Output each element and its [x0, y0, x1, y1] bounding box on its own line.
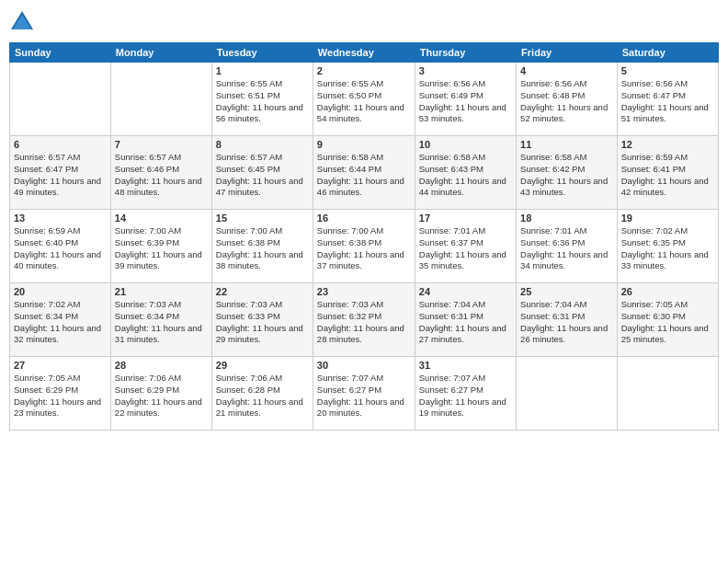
calendar-cell: 4Sunrise: 6:56 AMSunset: 6:48 PMDaylight… — [517, 63, 618, 136]
weekday-header-row: SundayMondayTuesdayWednesdayThursdayFrid… — [10, 43, 719, 63]
weekday-header-saturday: Saturday — [617, 43, 718, 63]
day-number: 1 — [216, 65, 309, 76]
day-info: Sunrise: 7:06 AMSunset: 6:29 PMDaylight:… — [115, 373, 208, 419]
calendar-header: SundayMondayTuesdayWednesdayThursdayFrid… — [10, 43, 719, 63]
day-number: 16 — [317, 213, 411, 224]
day-info: Sunrise: 6:57 AMSunset: 6:47 PMDaylight:… — [14, 152, 107, 199]
day-number: 25 — [520, 286, 613, 297]
calendar-week-row: 1Sunrise: 6:55 AMSunset: 6:51 PMDaylight… — [10, 63, 719, 136]
weekday-header-wednesday: Wednesday — [313, 43, 415, 63]
day-number: 3 — [419, 65, 512, 76]
day-info: Sunrise: 6:56 AMSunset: 6:49 PMDaylight:… — [419, 78, 512, 125]
calendar-cell: 7Sunrise: 6:57 AMSunset: 6:46 PMDaylight… — [110, 136, 211, 210]
day-number: 22 — [216, 286, 309, 297]
calendar-cell: 26Sunrise: 7:05 AMSunset: 6:30 PMDayligh… — [617, 283, 718, 357]
logo-icon — [9, 9, 35, 35]
calendar-cell: 25Sunrise: 7:04 AMSunset: 6:31 PMDayligh… — [517, 283, 618, 357]
day-number: 27 — [14, 360, 107, 371]
day-number: 31 — [419, 360, 512, 371]
calendar-cell: 31Sunrise: 7:07 AMSunset: 6:27 PMDayligh… — [415, 357, 516, 431]
calendar-cell: 30Sunrise: 7:07 AMSunset: 6:27 PMDayligh… — [313, 357, 415, 431]
day-number: 15 — [216, 213, 309, 224]
day-number: 23 — [317, 286, 411, 297]
day-info: Sunrise: 7:05 AMSunset: 6:29 PMDaylight:… — [14, 373, 107, 419]
day-info: Sunrise: 7:01 AMSunset: 6:36 PMDaylight:… — [520, 225, 613, 272]
calendar-cell: 27Sunrise: 7:05 AMSunset: 6:29 PMDayligh… — [10, 357, 111, 431]
day-info: Sunrise: 6:59 AMSunset: 6:40 PMDaylight:… — [14, 225, 107, 272]
day-number: 17 — [419, 213, 512, 224]
calendar-cell: 17Sunrise: 7:01 AMSunset: 6:37 PMDayligh… — [415, 210, 516, 283]
day-number: 24 — [419, 286, 512, 297]
calendar-cell: 1Sunrise: 6:55 AMSunset: 6:51 PMDaylight… — [211, 63, 313, 136]
day-info: Sunrise: 7:00 AMSunset: 6:38 PMDaylight:… — [216, 225, 309, 272]
day-info: Sunrise: 7:03 AMSunset: 6:32 PMDaylight:… — [317, 299, 411, 346]
day-number: 14 — [115, 213, 208, 224]
weekday-header-friday: Friday — [517, 43, 618, 63]
calendar-week-row: 20Sunrise: 7:02 AMSunset: 6:34 PMDayligh… — [10, 283, 719, 357]
page: SundayMondayTuesdayWednesdayThursdayFrid… — [0, 0, 728, 563]
calendar-cell: 18Sunrise: 7:01 AMSunset: 6:36 PMDayligh… — [517, 210, 618, 283]
day-number: 28 — [115, 360, 208, 371]
calendar-cell: 10Sunrise: 6:58 AMSunset: 6:43 PMDayligh… — [415, 136, 516, 210]
calendar-cell: 16Sunrise: 7:00 AMSunset: 6:38 PMDayligh… — [313, 210, 415, 283]
calendar-cell — [110, 63, 211, 136]
day-info: Sunrise: 7:02 AMSunset: 6:35 PMDaylight:… — [621, 225, 714, 272]
day-number: 6 — [14, 139, 107, 150]
calendar-cell: 23Sunrise: 7:03 AMSunset: 6:32 PMDayligh… — [313, 283, 415, 357]
day-number: 5 — [621, 65, 714, 76]
calendar-week-row: 13Sunrise: 6:59 AMSunset: 6:40 PMDayligh… — [10, 210, 719, 283]
day-number: 18 — [520, 213, 613, 224]
day-info: Sunrise: 7:00 AMSunset: 6:39 PMDaylight:… — [115, 225, 208, 272]
day-info: Sunrise: 7:00 AMSunset: 6:38 PMDaylight:… — [317, 225, 411, 272]
day-info: Sunrise: 7:07 AMSunset: 6:27 PMDaylight:… — [317, 373, 411, 419]
calendar-cell: 14Sunrise: 7:00 AMSunset: 6:39 PMDayligh… — [110, 210, 211, 283]
calendar-cell: 20Sunrise: 7:02 AMSunset: 6:34 PMDayligh… — [10, 283, 111, 357]
day-info: Sunrise: 6:57 AMSunset: 6:45 PMDaylight:… — [216, 152, 309, 199]
calendar-cell: 13Sunrise: 6:59 AMSunset: 6:40 PMDayligh… — [10, 210, 111, 283]
calendar-cell: 2Sunrise: 6:55 AMSunset: 6:50 PMDaylight… — [313, 63, 415, 136]
day-info: Sunrise: 7:05 AMSunset: 6:30 PMDaylight:… — [621, 299, 714, 346]
calendar-cell — [10, 63, 111, 136]
day-number: 13 — [14, 213, 107, 224]
day-info: Sunrise: 7:06 AMSunset: 6:28 PMDaylight:… — [216, 373, 309, 419]
day-number: 8 — [216, 139, 309, 150]
day-info: Sunrise: 7:04 AMSunset: 6:31 PMDaylight:… — [419, 299, 512, 346]
calendar-cell — [517, 357, 618, 431]
day-info: Sunrise: 6:55 AMSunset: 6:50 PMDaylight:… — [317, 78, 411, 125]
day-number: 19 — [621, 213, 714, 224]
day-number: 2 — [317, 65, 411, 76]
day-number: 26 — [621, 286, 714, 297]
day-info: Sunrise: 6:58 AMSunset: 6:43 PMDaylight:… — [419, 152, 512, 199]
weekday-header-thursday: Thursday — [415, 43, 516, 63]
calendar-cell: 29Sunrise: 7:06 AMSunset: 6:28 PMDayligh… — [211, 357, 313, 431]
calendar-cell: 15Sunrise: 7:00 AMSunset: 6:38 PMDayligh… — [211, 210, 313, 283]
calendar-cell: 9Sunrise: 6:58 AMSunset: 6:44 PMDaylight… — [313, 136, 415, 210]
calendar-cell: 28Sunrise: 7:06 AMSunset: 6:29 PMDayligh… — [110, 357, 211, 431]
calendar-cell: 8Sunrise: 6:57 AMSunset: 6:45 PMDaylight… — [211, 136, 313, 210]
calendar-cell: 3Sunrise: 6:56 AMSunset: 6:49 PMDaylight… — [415, 63, 516, 136]
day-number: 9 — [317, 139, 411, 150]
day-number: 4 — [520, 65, 613, 76]
weekday-header-monday: Monday — [110, 43, 211, 63]
calendar-cell: 11Sunrise: 6:58 AMSunset: 6:42 PMDayligh… — [517, 136, 618, 210]
calendar-cell — [617, 357, 718, 431]
day-info: Sunrise: 7:07 AMSunset: 6:27 PMDaylight:… — [419, 373, 512, 419]
day-number: 12 — [621, 139, 714, 150]
weekday-header-sunday: Sunday — [10, 43, 111, 63]
calendar-cell: 22Sunrise: 7:03 AMSunset: 6:33 PMDayligh… — [211, 283, 313, 357]
day-info: Sunrise: 6:59 AMSunset: 6:41 PMDaylight:… — [621, 152, 714, 199]
calendar-cell: 5Sunrise: 6:56 AMSunset: 6:47 PMDaylight… — [617, 63, 718, 136]
calendar-table: SundayMondayTuesdayWednesdayThursdayFrid… — [9, 42, 719, 431]
day-number: 10 — [419, 139, 512, 150]
day-number: 7 — [115, 139, 208, 150]
day-number: 29 — [216, 360, 309, 371]
logo — [9, 9, 39, 35]
day-info: Sunrise: 7:02 AMSunset: 6:34 PMDaylight:… — [14, 299, 107, 346]
calendar-week-row: 6Sunrise: 6:57 AMSunset: 6:47 PMDaylight… — [10, 136, 719, 210]
day-info: Sunrise: 7:01 AMSunset: 6:37 PMDaylight:… — [419, 225, 512, 272]
calendar-cell: 24Sunrise: 7:04 AMSunset: 6:31 PMDayligh… — [415, 283, 516, 357]
day-number: 21 — [115, 286, 208, 297]
weekday-header-tuesday: Tuesday — [211, 43, 313, 63]
day-info: Sunrise: 6:58 AMSunset: 6:44 PMDaylight:… — [317, 152, 411, 199]
day-info: Sunrise: 6:58 AMSunset: 6:42 PMDaylight:… — [520, 152, 613, 199]
